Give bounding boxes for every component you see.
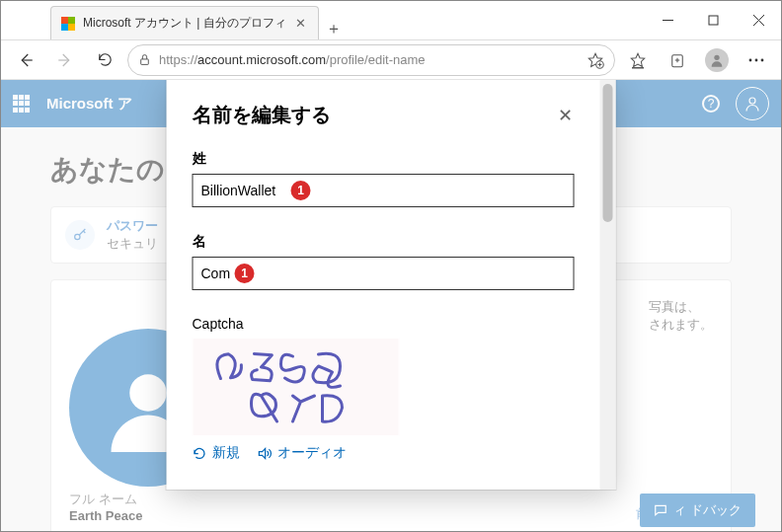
reload-button[interactable] <box>88 43 121 77</box>
refresh-icon <box>193 446 207 461</box>
forward-button[interactable] <box>48 43 82 77</box>
maximize-button[interactable] <box>690 1 736 39</box>
edit-name-modal: 名前を編集する ✕ 姓 1 名 1 Captcha <box>167 80 616 490</box>
svg-rect-6 <box>141 59 149 64</box>
captcha-image <box>193 338 400 436</box>
svg-rect-1 <box>709 16 718 25</box>
url-text: https://account.microsoft.com/profile/ed… <box>159 52 579 67</box>
svg-point-19 <box>755 58 758 61</box>
browser-tab[interactable]: Microsoft アカウント | 自分のプロフィ ✕ <box>50 6 319 39</box>
captcha-new-link[interactable]: 新規 <box>193 444 240 462</box>
svg-marker-26 <box>259 448 265 458</box>
window-controls <box>645 1 781 39</box>
captcha-audio-link[interactable]: オーディオ <box>258 444 347 462</box>
browser-toolbar: https://account.microsoft.com/profile/ed… <box>1 40 781 80</box>
menu-button[interactable] <box>740 43 773 77</box>
favorite-plus-icon[interactable] <box>586 51 604 69</box>
profile-button[interactable] <box>700 43 734 77</box>
svg-point-20 <box>761 58 764 61</box>
svg-point-17 <box>714 54 719 59</box>
svg-marker-11 <box>631 53 645 66</box>
back-button[interactable] <box>9 43 42 77</box>
titlebar: Microsoft アカウント | 自分のプロフィ ✕ ＋ <box>1 1 781 40</box>
audio-icon <box>258 446 273 461</box>
annotation-badge-2: 1 <box>235 264 255 283</box>
modal-close-icon[interactable]: ✕ <box>556 103 575 128</box>
address-bar[interactable]: https://account.microsoft.com/profile/ed… <box>127 44 615 76</box>
modal-title: 名前を編集する <box>193 102 331 128</box>
page-viewport: Microsoft ア ? あなたの パスワー セキュリ 写真は、 されます。 … <box>1 80 781 531</box>
last-name-label: 姓 <box>193 150 575 168</box>
tab-title: Microsoft アカウント | 自分のプロフィ <box>83 15 286 32</box>
lock-icon <box>138 53 151 66</box>
avatar-icon <box>705 48 729 72</box>
tab-strip: Microsoft アカウント | 自分のプロフィ ✕ ＋ <box>1 1 349 39</box>
favorites-button[interactable] <box>621 43 655 77</box>
captcha-label: Captcha <box>193 316 575 332</box>
ms-favicon <box>61 17 75 31</box>
svg-point-18 <box>749 58 752 61</box>
collections-button[interactable] <box>661 43 694 77</box>
first-name-label: 名 <box>193 233 575 251</box>
annotation-badge-1: 1 <box>291 181 311 200</box>
minimize-button[interactable] <box>645 1 690 39</box>
new-tab-button[interactable]: ＋ <box>319 19 349 39</box>
last-name-input[interactable] <box>193 174 575 207</box>
modal-scrollbar[interactable] <box>600 80 616 490</box>
scrollbar-thumb[interactable] <box>603 84 613 222</box>
tab-close-icon[interactable]: ✕ <box>294 17 308 31</box>
close-window-button[interactable] <box>736 1 781 39</box>
